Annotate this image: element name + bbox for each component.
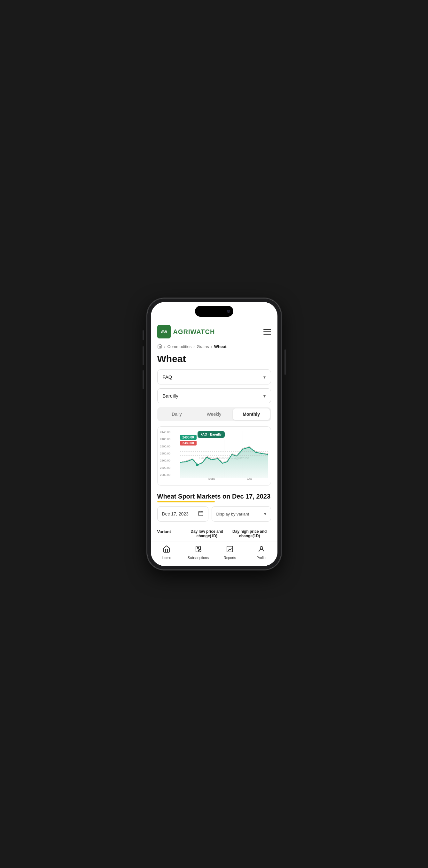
subscriptions-nav-icon: c	[194, 545, 202, 555]
chart-tooltip: FAQ - Bareilly	[197, 431, 225, 438]
location-label: Bareilly	[163, 393, 178, 399]
faq-chevron-icon: ▾	[264, 375, 266, 380]
tab-daily[interactable]: Daily	[158, 408, 195, 420]
tab-monthly[interactable]: Monthly	[233, 408, 270, 420]
breadcrumb-commodities[interactable]: Commodities	[167, 344, 192, 349]
selected-date-text: Dec 17, 2023	[162, 512, 189, 517]
hamburger-line-1	[264, 329, 271, 330]
y-label-3: 2390.00	[160, 445, 177, 448]
th-col1: Day low price and change(1D)	[186, 529, 228, 538]
svg-rect-9	[227, 546, 233, 552]
y-label-2: 2400.00	[160, 437, 177, 441]
hamburger-line-2	[264, 332, 271, 332]
svg-text:c: c	[199, 550, 200, 552]
nav-reports[interactable]: Reports	[214, 544, 246, 561]
breadcrumb-sep-2: ›	[193, 344, 195, 349]
app-header: AW AGRIWATCH	[151, 321, 277, 341]
period-tabs: Daily Weekly Monthly	[157, 407, 271, 421]
y-label-5: 2360.00	[160, 459, 177, 462]
phone-frame: AW AGRIWATCH ›	[147, 298, 281, 570]
breadcrumb-sep-1: ›	[164, 344, 165, 349]
volume-up-button	[143, 330, 144, 340]
logo-text: AGRIWATCH	[173, 328, 215, 336]
faq-label: FAQ	[163, 374, 172, 380]
faq-dropdown[interactable]: FAQ ▾	[157, 369, 271, 384]
volume-down-button	[143, 346, 144, 365]
phone-screen: AW AGRIWATCH ›	[151, 302, 277, 566]
spot-markets-title: Wheat Sport Markets on Dec 17, 2023	[157, 492, 271, 500]
menu-button[interactable]	[264, 329, 271, 335]
spot-markets-date: Dec 17, 2023	[232, 493, 270, 500]
table-header: Variant Day low price and change(1D) Day…	[157, 527, 271, 541]
camera-dot	[227, 310, 230, 313]
display-variant-label: Display by variant	[216, 512, 249, 517]
th-variant: Variant	[157, 529, 186, 538]
nav-home[interactable]: Home	[151, 544, 183, 561]
logo-box: AW	[157, 325, 171, 338]
calendar-icon	[198, 510, 204, 518]
breadcrumb-grains[interactable]: Grains	[196, 344, 209, 349]
breadcrumb-sep-3: ›	[211, 344, 212, 349]
profile-nav-icon	[257, 545, 265, 555]
reports-nav-icon	[226, 545, 234, 555]
breadcrumb-current: Wheat	[214, 344, 226, 349]
spot-markets-prefix: Wheat Sport Markets on	[157, 493, 232, 500]
logo-container: AW AGRIWATCH	[157, 325, 215, 338]
screen-content[interactable]: AW AGRIWATCH ›	[151, 302, 277, 541]
tooltip-dot	[196, 464, 198, 466]
x-label-sept: Sept	[208, 477, 215, 480]
home-icon[interactable]	[157, 344, 162, 350]
display-variant-chevron-icon: ▾	[264, 512, 266, 517]
y-label-7: 2280.00	[160, 473, 177, 476]
tab-weekly[interactable]: Weekly	[195, 408, 233, 420]
spot-markets-section: Wheat Sport Markets on Dec 17, 2023 Dec …	[151, 492, 277, 541]
date-underline	[157, 501, 215, 502]
date-display-row: Dec 17, 2023 Display by variant	[157, 506, 271, 522]
profile-nav-label: Profile	[256, 556, 266, 560]
nav-subscriptions[interactable]: c Subscriptions	[183, 544, 214, 561]
th-col2: Day high price and change(1D)	[228, 529, 271, 538]
power-button	[284, 349, 286, 375]
bottom-nav: Home c Subscriptions	[151, 541, 277, 566]
hamburger-line-3	[264, 334, 271, 335]
dynamic-island	[195, 306, 233, 317]
page-title: Wheat	[151, 352, 277, 369]
price-chart: 2440.00 2400.00 2390.00 2380.00 2360.00 …	[157, 426, 271, 486]
breadcrumb: › Commodities › Grains › Wheat	[151, 341, 277, 352]
subscriptions-nav-label: Subscriptions	[188, 556, 209, 560]
location-chevron-icon: ▾	[264, 394, 266, 399]
logo-initials: AW	[161, 330, 167, 334]
display-variant-selector[interactable]: Display by variant ▾	[212, 506, 271, 522]
svg-rect-0	[198, 512, 203, 516]
home-nav-icon	[163, 545, 171, 555]
price-badge-red: 2380.00	[180, 441, 196, 445]
reports-nav-label: Reports	[224, 556, 236, 560]
y-label-6: 2320.00	[160, 466, 177, 469]
svg-point-10	[260, 547, 263, 549]
location-dropdown[interactable]: Bareilly ▾	[157, 388, 271, 403]
y-label-4: 2380.00	[160, 452, 177, 455]
date-selector[interactable]: Dec 17, 2023	[157, 506, 208, 522]
x-label-oct: Oct	[247, 477, 252, 480]
silent-button	[143, 370, 144, 389]
price-badge-green: 2400.00	[180, 435, 196, 440]
nav-profile[interactable]: Profile	[246, 544, 277, 561]
home-nav-label: Home	[162, 556, 171, 560]
y-label-1: 2440.00	[160, 431, 177, 434]
